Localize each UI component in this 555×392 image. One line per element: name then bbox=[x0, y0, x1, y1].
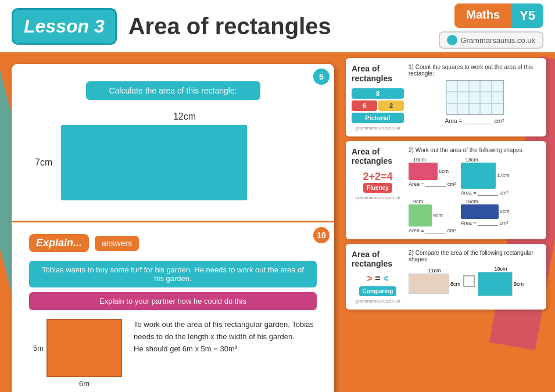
explain-text: To work out the area of his rectangular … bbox=[134, 319, 317, 355]
grid-cell bbox=[469, 81, 481, 92]
garden-diagram: 5m 6m bbox=[29, 319, 122, 388]
shapes-row: 10cm 6cm Area = _______ cm² 13cm 17cm bbox=[409, 157, 540, 196]
grid-cell bbox=[469, 103, 481, 114]
top-badges: Maths Y5 bbox=[454, 3, 543, 28]
shape-4: 16cm 6cm Area = _______ cm² bbox=[461, 199, 510, 226]
right-panels: Area of rectangles 8 6 2 Pictorial gramm… bbox=[346, 58, 546, 310]
worksheet-1: Area of rectangles 8 6 2 Pictorial gramm… bbox=[346, 58, 546, 136]
grammarsaurus-icon bbox=[447, 35, 457, 45]
slide-bottom: Explain... answers 10 Tobias wants to bu… bbox=[12, 221, 334, 392]
grid-rectangle bbox=[446, 80, 504, 115]
ws1-title: Area of rectangles bbox=[352, 64, 404, 84]
grid-cell bbox=[492, 92, 503, 103]
ws3-right: 2) Compare the area of the following rec… bbox=[409, 250, 540, 304]
shape-rect-pink bbox=[409, 163, 438, 180]
main-content: 5 Calculate the area of this rectangle: … bbox=[0, 52, 555, 392]
grid-cell bbox=[457, 103, 469, 114]
problem-box: Tobias wants to buy some turf for his ga… bbox=[29, 261, 317, 287]
ws3-footer: grammarsaurus.co.uk bbox=[352, 299, 404, 304]
rect1-width-label: 11cm bbox=[428, 268, 441, 274]
grid-cell bbox=[446, 103, 458, 114]
page-title: Area of rectangles bbox=[128, 13, 428, 39]
shape4-area: Area = _______ cm² bbox=[461, 220, 509, 226]
grid-cell bbox=[480, 92, 492, 103]
compare-rect1 bbox=[409, 274, 449, 294]
year-badge: Y5 bbox=[511, 3, 543, 28]
grid-cell bbox=[492, 81, 503, 92]
compare-shapes: 11cm 8cm 10cm 9cm bbox=[409, 266, 540, 296]
rect2-width-label: 10cm bbox=[495, 266, 507, 272]
greater-than-symbol: > bbox=[367, 274, 373, 283]
ws1-badges: 8 6 2 Pictorial bbox=[352, 88, 404, 123]
explain-badge: Explain... bbox=[29, 234, 89, 252]
grid-cell bbox=[469, 92, 481, 103]
garden-rectangle: 5m bbox=[46, 319, 122, 377]
grid-cell bbox=[457, 92, 469, 103]
maths-badge: Maths bbox=[454, 3, 511, 28]
rect1-height-label: 8cm bbox=[450, 281, 460, 287]
shape-rect-navy bbox=[461, 204, 499, 219]
shape-2: 13cm 17cm Area = _______ cm² bbox=[461, 157, 510, 196]
grid-cell bbox=[492, 103, 503, 114]
fluency-label: Fluency bbox=[363, 183, 392, 193]
grid-cell bbox=[480, 103, 492, 114]
slide-top: 5 Calculate the area of this rectangle: … bbox=[12, 64, 334, 221]
comparing-label: Comparing bbox=[359, 286, 397, 296]
compare-rect1-container: 11cm 8cm bbox=[409, 268, 460, 294]
ws1-badge-pictorial: Pictorial bbox=[352, 113, 404, 123]
fluency-big-text: 2+2=4 bbox=[363, 171, 392, 183]
worksheet-3: Area of rectangles > = < Comparing gramm… bbox=[346, 244, 546, 310]
slide-number-1: 5 bbox=[313, 69, 330, 85]
ws1-left: Area of rectangles 8 6 2 Pictorial gramm… bbox=[352, 64, 404, 131]
ws1-question: 1) Count the squares to work out the are… bbox=[409, 64, 540, 77]
grid-rect-container bbox=[409, 80, 540, 115]
grammarsaurus-badge: Grammarsaurus.co.uk bbox=[439, 31, 543, 49]
ws2-title: Area of rectangles bbox=[352, 147, 404, 167]
explain-header: Explain... answers bbox=[29, 234, 317, 252]
garden-side-label: 5m bbox=[33, 344, 44, 353]
explain-task-box: Explain to your partner how he could do … bbox=[29, 292, 317, 310]
explain-content: 5m 6m To work out the area of his rectan… bbox=[29, 319, 317, 388]
shape1-area: Area = _______ cm² bbox=[409, 181, 456, 187]
compare-rect2 bbox=[478, 272, 513, 296]
slide-panel: 5 Calculate the area of this rectangle: … bbox=[12, 64, 334, 392]
grammarsaurus-text: Grammarsaurus.co.uk bbox=[460, 36, 535, 45]
ws1-footer: grammarsaurus.co.uk bbox=[352, 125, 404, 131]
rectangle-wrapper: 7cm bbox=[35, 125, 311, 200]
rect2-height-label: 9cm bbox=[514, 281, 524, 287]
ws3-left: Area of rectangles > = < Comparing gramm… bbox=[352, 250, 404, 304]
grid-cell bbox=[446, 81, 458, 92]
width-label: 12cm bbox=[58, 112, 311, 122]
answers-badge: answers bbox=[95, 236, 139, 251]
ws1-badge-6: 6 bbox=[352, 100, 377, 111]
shape-rect-teal bbox=[461, 163, 496, 189]
ws1-badge-8: 8 bbox=[352, 88, 404, 99]
grid-cell bbox=[446, 92, 458, 103]
shape-1: 10cm 6cm Area = _______ cm² bbox=[409, 157, 456, 187]
main-rectangle bbox=[61, 125, 247, 200]
grid-cell bbox=[480, 81, 492, 92]
ws2-footer: grammarsaurus.co.uk bbox=[352, 195, 404, 200]
slide-number-2: 10 bbox=[313, 227, 330, 243]
ws2-left: Area of rectangles 2+2=4 Fluency grammar… bbox=[352, 147, 404, 233]
height-label: 7cm bbox=[35, 157, 52, 168]
garden-bottom-label: 6m bbox=[46, 379, 122, 388]
ws1-badge-2: 2 bbox=[378, 100, 404, 111]
shape2-area: Area = _______ cm² bbox=[461, 190, 509, 196]
grid-cell bbox=[457, 81, 469, 92]
ws2-right: 2) Work out the area of the following sh… bbox=[409, 147, 540, 233]
equals-symbol: = bbox=[375, 274, 380, 283]
compare-box bbox=[463, 275, 475, 287]
subject-badges: Maths Y5 Grammarsaurus.co.uk bbox=[439, 3, 543, 49]
lesson-badge: Lesson 3 bbox=[12, 8, 117, 45]
ws1-right: 1) Count the squares to work out the are… bbox=[409, 64, 540, 131]
fluency-badge-container: 2+2=4 Fluency bbox=[352, 171, 404, 193]
ws3-title: Area of rectangles bbox=[352, 250, 404, 269]
slide-instruction: Calculate the area of this rectangle: bbox=[86, 81, 260, 100]
ws1-area-answer: Area = _________ cm² bbox=[409, 118, 540, 124]
comparing-symbols: > = < bbox=[367, 274, 389, 284]
ws3-question: 2) Compare the area of the following rec… bbox=[409, 250, 540, 262]
ws2-question: 2) Work out the area of the following sh… bbox=[409, 147, 540, 153]
header: Lesson 3 Area of rectangles Maths Y5 Gra… bbox=[0, 0, 555, 52]
compare-rect2-container: 10cm 9cm bbox=[478, 266, 524, 296]
